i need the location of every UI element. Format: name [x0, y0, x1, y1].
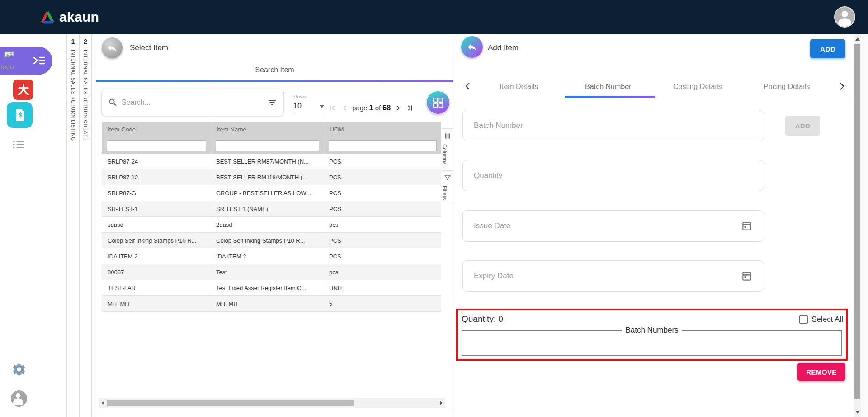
back-button[interactable] — [102, 37, 123, 58]
broken-image-icon — [4, 51, 14, 61]
triangle-left-icon — [101, 401, 104, 405]
triangle-right-icon — [440, 401, 443, 405]
table-row[interactable]: Colop Self Inking Stamps P10 R... Colop … — [102, 233, 441, 248]
dai-character-icon — [17, 83, 30, 97]
sidebar-app-icon-red[interactable] — [13, 80, 33, 100]
table-row[interactable]: SRLP87-24 BEST SELLER RM87/MONTH (N... P… — [102, 154, 441, 169]
batch-number-input[interactable] — [474, 121, 753, 130]
filter-input-uom[interactable] — [329, 140, 437, 151]
table-row[interactable]: SR-TEST-1 SR TEST 1 (NAME) PCS — [102, 201, 441, 217]
tab-item-details[interactable]: Item Details — [474, 77, 564, 98]
filter-input-item-name[interactable] — [216, 140, 319, 151]
person-icon — [11, 390, 25, 405]
sidebar-user-avatar[interactable] — [11, 390, 27, 407]
sidebar-logo-pill[interactable]: logo — [0, 47, 52, 75]
scroll-down-button[interactable] — [854, 408, 861, 416]
back-button[interactable] — [461, 36, 483, 58]
last-page-icon — [406, 104, 413, 112]
chevron-down-icon — [320, 105, 324, 108]
chevron-left-icon — [464, 82, 471, 91]
tabs-scroll-right-button[interactable] — [839, 82, 845, 93]
sidebar-app-icon-invoice[interactable]: $ — [7, 102, 33, 128]
workspace-tab-listing[interactable]: 1 INTERNAL SALES RETURN LISTING — [66, 34, 79, 417]
user-avatar[interactable] — [834, 6, 855, 28]
detail-tabs: Item Details Batch Number Costing Detail… — [474, 77, 831, 98]
last-page-button[interactable] — [406, 104, 413, 112]
table-row[interactable]: SRLP87-12 BEST SELLER RM118/MONTH (... P… — [102, 169, 441, 185]
filters-tool-label: Filters — [442, 186, 448, 200]
vertical-scrollbar — [854, 34, 861, 417]
search-icon — [108, 98, 118, 108]
first-page-button[interactable] — [330, 104, 337, 112]
grid-icon — [433, 97, 443, 108]
batch-numbers-highlighted-section: Quantity: 0 Select All Batch Numbers — [456, 309, 848, 361]
add-item-panel: Add Item ADD Item Details Batch Number C… — [456, 34, 854, 417]
settings-button[interactable] — [12, 362, 26, 379]
batch-number-field[interactable] — [462, 110, 764, 141]
sidebar-list-icon-button[interactable] — [12, 139, 25, 152]
filter-list-icon[interactable] — [267, 98, 277, 108]
list-icon — [12, 139, 25, 150]
next-page-button[interactable] — [395, 104, 401, 112]
chevron-left-icon — [341, 104, 348, 112]
filters-tool-button[interactable]: Filters — [442, 170, 453, 205]
expiry-date-field[interactable] — [462, 260, 764, 292]
scroll-up-button[interactable] — [854, 35, 861, 43]
calendar-icon[interactable] — [741, 220, 753, 232]
tabs-scroll-left-button[interactable] — [464, 82, 471, 93]
columns-tool-label: Columns — [442, 144, 448, 164]
scrollbar-thumb[interactable] — [854, 44, 860, 399]
panel-title: Select Item — [130, 43, 168, 52]
select-all-checkbox[interactable] — [799, 315, 808, 324]
brand-logo: akaun — [40, 9, 99, 25]
triangle-down-icon — [855, 411, 860, 414]
person-icon — [835, 7, 854, 27]
column-header-uom: UOM — [324, 122, 441, 137]
menu-expand-icon[interactable] — [33, 56, 46, 66]
scroll-right-button[interactable] — [438, 398, 445, 408]
scrollbar-thumb[interactable] — [107, 400, 354, 406]
table-row[interactable]: IDA ITEM 2 IDA ITEM 2 PCS — [102, 248, 441, 264]
scrollbar-track[interactable] — [106, 398, 438, 408]
workspace-tab-create[interactable]: 2 INTERNAL SALES RETURN CREATE — [79, 34, 92, 417]
table-row[interactable]: 00007 Test pcs — [102, 264, 441, 280]
remove-button[interactable]: REMOVE — [797, 363, 845, 381]
triangle-up-icon — [855, 37, 860, 41]
search-box — [101, 89, 284, 116]
add-item-button[interactable]: ADD — [810, 39, 845, 58]
tab-costing-details[interactable]: Costing Details — [653, 77, 742, 98]
svg-text:$: $ — [19, 112, 22, 119]
issue-date-field[interactable] — [462, 210, 764, 242]
table-header-row: Item Code Item Name UOM — [102, 122, 441, 137]
workspace-tab-number: 2 — [80, 38, 91, 45]
issue-date-input[interactable] — [474, 221, 741, 230]
batch-numbers-listbox[interactable]: Batch Numbers — [462, 326, 842, 356]
calendar-icon[interactable] — [741, 270, 753, 282]
batch-add-button[interactable]: ADD — [785, 116, 820, 136]
column-header-item-code: Item Code — [102, 122, 211, 137]
scroll-left-button[interactable] — [99, 398, 106, 408]
tab-search-item[interactable]: Search Item — [96, 66, 453, 74]
akaun-triangle-icon — [40, 10, 55, 24]
grid-view-button[interactable] — [427, 91, 449, 114]
filter-input-item-code[interactable] — [107, 140, 206, 151]
table-row[interactable]: SRLP87-G GROUP - BEST SELLER AS LOW ... … — [102, 185, 441, 201]
rows-select[interactable]: 10 — [293, 102, 324, 113]
quantity-field[interactable] — [462, 160, 764, 191]
workspace-tabstrip: 1 INTERNAL SALES RETURN LISTING 2 INTERN… — [43, 34, 96, 417]
right-edge-gap — [861, 34, 868, 417]
prev-page-button[interactable] — [341, 104, 348, 112]
batch-numbers-legend: Batch Numbers — [622, 326, 682, 335]
table-row[interactable]: TEST-FAR Test Fixed Asset Register Item … — [102, 280, 441, 296]
table-row[interactable]: sdasd 2dasd pcs — [102, 217, 441, 233]
table-row[interactable]: MH_MH MH_MH 5 — [102, 296, 441, 312]
columns-tool-button[interactable]: Columns — [442, 128, 453, 169]
quantity-input[interactable] — [474, 171, 753, 180]
current-page: 1 — [369, 104, 373, 112]
tab-batch-number[interactable]: Batch Number — [564, 77, 653, 98]
expiry-date-input[interactable] — [474, 272, 741, 281]
rows-value: 10 — [293, 102, 302, 110]
search-input[interactable] — [122, 98, 267, 107]
tab-pricing-details[interactable]: Pricing Details — [742, 77, 832, 98]
pagination: page 1 of 68 — [330, 104, 413, 112]
